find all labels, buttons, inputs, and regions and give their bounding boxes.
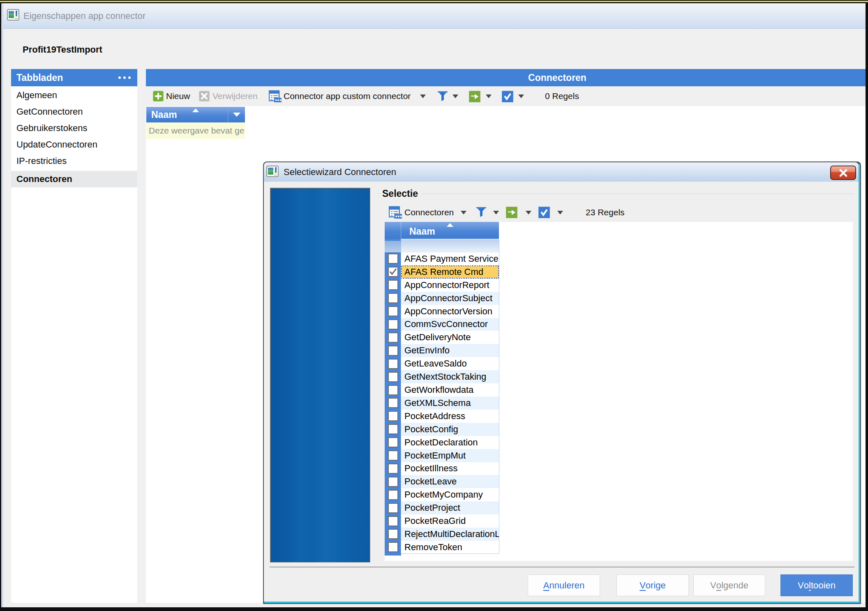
connector-name[interactable]: GetLeaveSaldo [401,357,499,370]
column-header-naam[interactable]: Naam [146,107,245,122]
checkbox-unchecked[interactable] [388,293,398,303]
connector-name[interactable]: PocketLeave [401,475,499,488]
connector-name[interactable]: GetEnvInfo [401,344,499,357]
rows-count: 23 Regels [586,203,625,221]
checkbox-checked[interactable] [388,267,398,277]
chevron-down-icon[interactable] [420,95,426,98]
row-selector-cell [385,528,401,541]
close-icon[interactable] [830,166,856,180]
column-filter-dropdown[interactable] [228,107,245,122]
chevron-down-icon[interactable] [557,211,563,214]
sidebar-item-algemeen[interactable]: Algemeen [11,87,137,104]
connector-name[interactable]: PocketMyCompany [401,488,499,501]
connector-name[interactable]: GetDeliveryNote [401,331,499,344]
delete-button[interactable]: Verwijderen [212,86,258,106]
sidebar-item-ip-restricties[interactable]: IP-restricties [11,153,137,169]
row-selector-cell [385,279,401,292]
connector-name[interactable]: RemoveToken [401,541,499,554]
chevron-down-icon[interactable] [518,95,524,98]
dialog-accent-right [859,164,860,603]
checkbox-unchecked[interactable] [388,254,398,264]
connector-name[interactable]: AFAS Remote Cmd [401,265,499,279]
connector-name[interactable]: PocketReaGrid [401,514,499,528]
checkbox-unchecked[interactable] [388,477,398,487]
checkbox-unchecked[interactable] [388,372,398,382]
connector-name[interactable]: AppConnectorReport [401,279,499,292]
sidebar-item-updateconnectoren[interactable]: UpdateConnectoren [11,136,137,153]
arrow-right-icon[interactable] [506,207,517,220]
chevron-down-icon[interactable] [486,95,492,98]
connector-name[interactable]: RejectMultiDeclarationLi [401,528,499,541]
chevron-down-icon [233,113,240,117]
connector-row: PocketEmpMut [385,449,499,462]
sidebar-item-gebruikerstokens[interactable]: Gebruikerstokens [11,120,137,136]
row-selector-cell [385,410,401,423]
checkbox-unchecked[interactable] [388,437,398,447]
chevron-down-icon[interactable] [461,211,466,214]
checkbox-unchecked[interactable] [388,450,398,461]
wizard-side-image [270,188,370,563]
connector-name[interactable]: AFAS Payment Service [401,252,499,265]
next-button[interactable]: Volgende [693,574,765,596]
column-header-naam[interactable]: Naam [401,222,499,239]
cancel-button[interactable]: Annuleren [528,574,600,596]
connector-name[interactable]: PocketDeclaration [401,436,499,449]
checkbox-unchecked[interactable] [388,319,398,330]
checkbox-unchecked[interactable] [388,542,398,552]
view-selector-button[interactable]: Connectoren [404,203,454,221]
checkbox-unchecked[interactable] [388,385,398,395]
connector-name[interactable]: AppConnectorSubject [401,292,499,305]
column-header-label: Naam [151,107,177,122]
checkbox-unchecked[interactable] [388,529,398,539]
checkbox-unchecked[interactable] [388,346,398,356]
checkbox-unchecked[interactable] [388,280,398,290]
finish-button[interactable]: Voltooien [780,574,853,596]
filter-row[interactable] [401,240,499,252]
chevron-down-icon[interactable] [452,95,458,98]
chevron-down-icon[interactable] [526,211,531,214]
checkmark-icon[interactable] [538,207,550,220]
connector-name[interactable]: PocketEmpMut [401,449,499,462]
new-button[interactable]: Nieuw [166,86,190,106]
connector-row: GetDeliveryNote [385,331,499,344]
main-panel-header: Connectoren [146,69,866,86]
connector-name[interactable]: GetNextStockTaking [401,370,499,383]
checkbox-unchecked[interactable] [388,424,398,434]
checkbox-unchecked[interactable] [388,332,398,343]
row-selector-cell [385,475,401,488]
connector-row: PocketConfig [385,423,499,436]
arrow-right-icon[interactable] [469,91,480,104]
connector-name[interactable]: PocketConfig [401,423,499,436]
checkbox-unchecked[interactable] [388,359,398,369]
row-selector-cell [385,383,401,397]
checkbox-unchecked[interactable] [388,411,398,421]
sidebar-item-getconnectoren[interactable]: GetConnectoren [11,104,137,120]
connector-name[interactable]: GetWorkflowdata [401,383,499,397]
funnel-icon[interactable] [436,90,449,104]
connector-row: GetNextStockTaking [385,370,499,383]
connector-name[interactable]: AppConnectorVersion [401,305,499,318]
connector-row: RejectMultiDeclarationLi [385,528,499,541]
connector-name[interactable]: PocketIllness [401,462,499,475]
connector-name[interactable]: CommSvcConnector [401,318,499,331]
more-options-icon[interactable] [118,76,131,79]
checkbox-unchecked[interactable] [388,306,398,316]
previous-button[interactable]: Vorige [616,574,689,596]
checkbox-unchecked[interactable] [388,463,398,474]
checkbox-unchecked[interactable] [388,398,398,408]
connector-row: PocketLeave [385,475,499,488]
checkbox-unchecked[interactable] [388,516,398,526]
checkmark-icon[interactable] [502,91,513,104]
connector-row: PocketProject [385,501,499,514]
connector-name[interactable]: GetXMLSchema [401,397,499,410]
chevron-down-icon[interactable] [493,211,499,214]
funnel-icon[interactable] [475,206,487,220]
sidebar-item-connectoren[interactable]: Connectoren [11,171,137,187]
view-selector-button[interactable]: Connector app custom connector [284,86,411,106]
row-selector-cell [385,252,401,265]
connector-name[interactable]: PocketProject [401,501,499,514]
connector-name[interactable]: PocketAddress [401,410,499,423]
checkbox-unchecked[interactable] [388,503,398,513]
row-selector-cell [385,436,401,449]
checkbox-unchecked[interactable] [388,490,398,500]
